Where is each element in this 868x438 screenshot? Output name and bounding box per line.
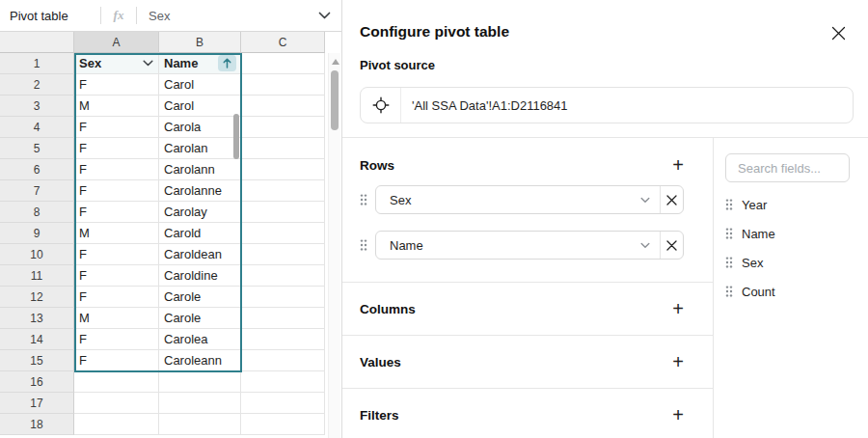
cell-name[interactable]: Caroldean bbox=[159, 244, 241, 265]
field-list-item[interactable]: Sex bbox=[725, 248, 851, 277]
add-field-button[interactable]: + bbox=[672, 352, 684, 371]
search-input[interactable] bbox=[725, 153, 850, 182]
cell-empty[interactable] bbox=[241, 96, 325, 117]
cell-name[interactable] bbox=[159, 371, 241, 393]
vertical-scrollbar[interactable] bbox=[328, 53, 340, 438]
chevron-down-icon[interactable] bbox=[318, 12, 331, 19]
row-number[interactable]: 4 bbox=[0, 117, 74, 138]
add-row-field-button[interactable]: + bbox=[672, 155, 684, 175]
drag-handle-icon[interactable] bbox=[725, 256, 733, 269]
cell-sex[interactable]: M bbox=[74, 223, 159, 244]
cell-name[interactable]: Carolay bbox=[159, 202, 241, 223]
cell-empty[interactable] bbox=[241, 287, 325, 308]
drag-handle-icon[interactable] bbox=[725, 285, 733, 298]
remove-field-button[interactable] bbox=[660, 232, 683, 259]
cell-sex-header[interactable]: Sex bbox=[74, 53, 159, 74]
row-number[interactable]: 17 bbox=[0, 393, 74, 414]
cell-empty[interactable] bbox=[241, 159, 325, 180]
drag-handle-icon[interactable] bbox=[360, 238, 373, 252]
cell-name[interactable]: Carole bbox=[159, 287, 241, 308]
cell-name[interactable]: Carol bbox=[159, 74, 241, 96]
add-field-button[interactable]: + bbox=[672, 405, 684, 424]
cell-empty[interactable] bbox=[241, 53, 325, 74]
cell-sex[interactable]: F bbox=[74, 74, 159, 96]
cell-name[interactable]: Carolan bbox=[159, 138, 241, 159]
row-number[interactable]: 11 bbox=[0, 265, 74, 287]
inner-scrollbar-thumb[interactable] bbox=[233, 114, 239, 159]
cell-name[interactable]: Carolann bbox=[159, 159, 241, 180]
cell-empty[interactable] bbox=[241, 393, 325, 414]
cell-name-header[interactable]: Name bbox=[159, 53, 241, 74]
pivot-source-box[interactable]: 'All SSA Data'!A1:D2116841 bbox=[360, 87, 854, 123]
drag-handle-icon[interactable] bbox=[725, 198, 733, 211]
cell-empty[interactable] bbox=[241, 244, 325, 265]
row-number[interactable]: 16 bbox=[0, 371, 74, 393]
row-number[interactable]: 18 bbox=[0, 414, 74, 435]
cell-sex[interactable]: F bbox=[74, 138, 159, 159]
column-header-a[interactable]: A bbox=[74, 32, 159, 53]
cell-sex[interactable] bbox=[74, 414, 159, 435]
cell-empty[interactable] bbox=[241, 308, 325, 329]
cell-sex[interactable]: F bbox=[74, 117, 159, 138]
field-list-item[interactable]: Name bbox=[725, 219, 851, 248]
cell-sex[interactable] bbox=[74, 393, 159, 414]
cell-name[interactable]: Carolea bbox=[159, 329, 241, 350]
cell-sex[interactable]: F bbox=[74, 350, 159, 371]
field-list-item[interactable]: Count bbox=[725, 277, 851, 306]
close-icon[interactable] bbox=[829, 24, 847, 41]
range-picker-button[interactable] bbox=[361, 88, 401, 123]
column-header-c[interactable]: C bbox=[241, 32, 325, 53]
row-number[interactable]: 2 bbox=[0, 74, 74, 96]
row-number[interactable]: 9 bbox=[0, 223, 74, 244]
cell-sex[interactable]: M bbox=[74, 308, 159, 329]
cell-sex[interactable]: F bbox=[74, 159, 159, 180]
cell-name[interactable]: Carold bbox=[159, 223, 241, 244]
cell-empty[interactable] bbox=[241, 117, 325, 138]
cell-name[interactable]: Carola bbox=[159, 117, 241, 138]
field-list-item[interactable]: Year bbox=[725, 190, 851, 219]
cell-name[interactable]: Caroldine bbox=[159, 265, 241, 287]
cell-sex[interactable]: F bbox=[74, 180, 159, 202]
drag-handle-icon[interactable] bbox=[725, 227, 733, 240]
cell-sex[interactable]: F bbox=[74, 202, 159, 223]
cell-empty[interactable] bbox=[241, 202, 325, 223]
select-all-corner[interactable] bbox=[0, 32, 74, 53]
row-number[interactable]: 15 bbox=[0, 350, 74, 371]
cell-empty[interactable] bbox=[241, 265, 325, 287]
remove-field-button[interactable] bbox=[660, 186, 683, 213]
field-select[interactable]: Name bbox=[375, 231, 684, 260]
cell-empty[interactable] bbox=[241, 180, 325, 202]
row-number[interactable]: 7 bbox=[0, 180, 74, 202]
row-number[interactable]: 1 bbox=[0, 53, 74, 74]
scrollbar-thumb[interactable] bbox=[331, 70, 339, 130]
cell-sex[interactable]: F bbox=[74, 244, 159, 265]
cell-empty[interactable] bbox=[241, 329, 325, 350]
cell-empty[interactable] bbox=[241, 414, 325, 435]
cell-sex[interactable]: F bbox=[74, 329, 159, 350]
cell-empty[interactable] bbox=[241, 350, 325, 371]
add-field-button[interactable]: + bbox=[672, 299, 684, 318]
cell-sex[interactable]: F bbox=[74, 287, 159, 308]
row-number[interactable]: 8 bbox=[0, 202, 74, 223]
cell-empty[interactable] bbox=[241, 74, 325, 96]
row-number[interactable]: 6 bbox=[0, 159, 74, 180]
column-header-b[interactable]: B bbox=[159, 32, 241, 53]
cell-empty[interactable] bbox=[241, 223, 325, 244]
row-number[interactable]: 14 bbox=[0, 329, 74, 350]
row-number[interactable]: 10 bbox=[0, 244, 74, 265]
cell-name[interactable] bbox=[159, 414, 241, 435]
drag-handle-icon[interactable] bbox=[360, 193, 373, 206]
cell-name[interactable]: Carol bbox=[159, 96, 241, 117]
pivot-source-value[interactable]: 'All SSA Data'!A1:D2116841 bbox=[401, 98, 568, 113]
cell-name[interactable]: Carole bbox=[159, 308, 241, 329]
cell-sex[interactable] bbox=[74, 371, 159, 393]
filter-chevron-down-icon[interactable] bbox=[143, 60, 153, 67]
row-number[interactable]: 5 bbox=[0, 138, 74, 159]
row-number[interactable]: 12 bbox=[0, 287, 74, 308]
cell-sex[interactable]: F bbox=[74, 265, 159, 287]
cell-name[interactable] bbox=[159, 393, 241, 414]
name-box[interactable]: Pivot table bbox=[0, 9, 100, 23]
formula-input[interactable]: Sex bbox=[137, 9, 318, 23]
cell-name[interactable]: Caroleann bbox=[159, 350, 241, 371]
row-number[interactable]: 3 bbox=[0, 96, 74, 117]
